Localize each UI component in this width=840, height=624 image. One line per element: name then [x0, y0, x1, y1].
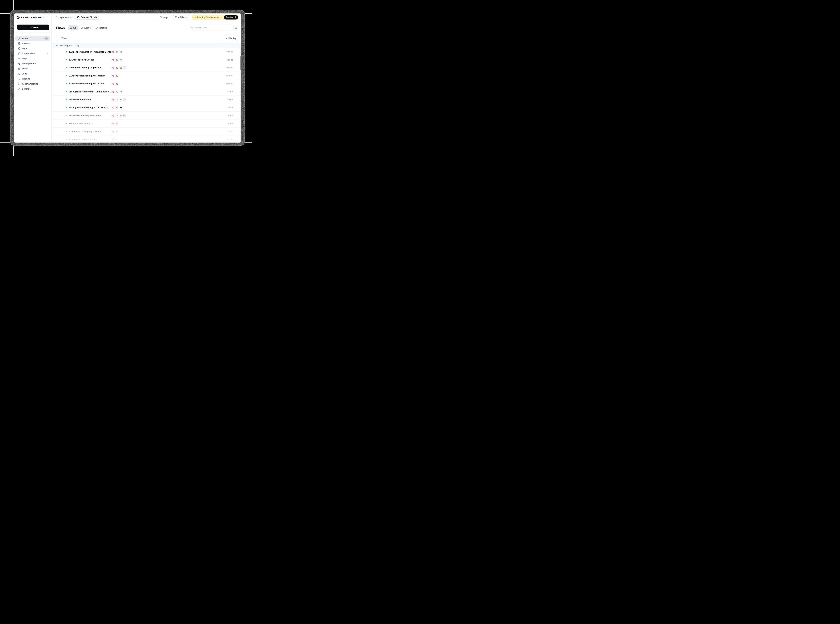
- graphql-icon: [112, 130, 114, 133]
- display-button[interactable]: Display: [223, 36, 238, 41]
- status-dot: [66, 91, 67, 92]
- integration-icons: [111, 74, 119, 78]
- flow-row-document-parsing-agent-kit[interactable]: Document Parsing - Agent Kit+4Nov 10: [52, 64, 241, 72]
- sidebar-item-data[interactable]: Data: [15, 46, 50, 51]
- section-header-api-request[interactable]: API Request ( 38 ): [52, 43, 241, 48]
- tab-inactive[interactable]: Inactive: [94, 25, 109, 30]
- section-count: ( 38 ): [74, 44, 79, 47]
- pending-deployments-label: Pending Deployments: [197, 16, 219, 19]
- flow-name: 3. Agentic Reasoning API - Writer: [69, 74, 111, 77]
- chevron-down-icon: [56, 45, 58, 46]
- graphql-icon: [112, 75, 114, 77]
- flow-row-1-finance-select-stocks[interactable]: 1. Finance - Select StocksOct 30: [52, 136, 241, 142]
- flow-name: 2A. Agentic Reasoning - Live Search: [69, 106, 111, 109]
- api-docs-button[interactable]: API Docs: [173, 15, 190, 20]
- flow-date: Nov 10: [227, 74, 233, 77]
- pending-deployments-dropdown[interactable]: Pending Deployments Deploy: [193, 15, 238, 20]
- flow-row-3d-finance-analysis[interactable]: 3D. Finance - AnalysisNov 5: [52, 120, 241, 128]
- status-dot: [66, 83, 67, 84]
- sidebar-item-jobs[interactable]: Jobs: [15, 71, 50, 76]
- flow-date: Nov 5: [228, 122, 233, 125]
- flow-row-1-embedded-ai-sheets[interactable]: 1. Embedded AI SheetsNov 11: [52, 56, 241, 64]
- status-dot: [66, 59, 67, 60]
- refresh-icon: [235, 26, 237, 29]
- integration-icons: [111, 90, 123, 94]
- sidebar-item-tests[interactable]: Tests: [15, 66, 50, 71]
- workspace-name: Lamatic Showcase: [21, 16, 42, 19]
- tab-all[interactable]: All: [68, 25, 78, 30]
- flow-row-1-agentic-reasoning-api-steps[interactable]: 1. Agentic Reasoning API - StepsNov 10: [52, 80, 241, 88]
- flow-name: 2B. Agentic Reasoning - Data Source…: [69, 90, 111, 93]
- integration-icons: [111, 82, 119, 86]
- sidebar-item-flows[interactable]: Flows54: [15, 36, 50, 41]
- refresh-button[interactable]: [233, 25, 238, 30]
- project-selector[interactable]: AgentKit: [56, 16, 72, 19]
- topbar: AgentKit Connect GitHub Help API Docs Pe…: [52, 14, 241, 21]
- sidebar-item-settings[interactable]: Settings: [15, 86, 50, 91]
- shuffle-badge: [119, 50, 123, 54]
- graphql-badge: [111, 50, 116, 54]
- connect-github-button[interactable]: Connect GitHub: [75, 15, 99, 20]
- flow-row-2-finance-company-profiles[interactable]: 2. Finance - Company ProfilesOct 30: [52, 128, 241, 136]
- sidebar-item-label: Prompts: [22, 42, 31, 45]
- help-label: Help: [163, 16, 168, 19]
- clipboard-edit-icon: [116, 75, 118, 77]
- cloud-gear-badge: [119, 58, 123, 62]
- scissors-icon: [120, 114, 122, 117]
- create-button[interactable]: Create: [17, 25, 49, 30]
- clipboard-edit-badge: [115, 82, 119, 86]
- section-title: API Request: [60, 44, 72, 47]
- sidebar-item-prompts[interactable]: Prompts: [15, 41, 50, 46]
- graphql-badge: [111, 97, 116, 102]
- flow-row-2a-agentic-reasoning-live-search[interactable]: 2A. Agentic Reasoning - Live SearchNov 6: [52, 104, 241, 112]
- search-g-icon: [120, 91, 122, 93]
- flow-row-firecrawl-crawling-indexation[interactable]: Firecrawl Crawling Indexation+2Nov 6: [52, 112, 241, 119]
- status-dot: [66, 75, 67, 76]
- more-integrations-badge: +2: [122, 98, 126, 102]
- file-badge: [115, 66, 119, 70]
- filter-button[interactable]: Filter: [56, 36, 69, 41]
- integration-icons: [111, 121, 119, 125]
- scrollbar-thumb[interactable]: [240, 56, 241, 70]
- count-badge: 54: [44, 37, 49, 40]
- sidebar-item-label: Logs: [22, 57, 27, 60]
- integration-icons: +2: [111, 113, 126, 118]
- database-icon: [18, 47, 20, 50]
- flow-name: 3D. Finance - Analysis: [69, 122, 111, 125]
- main-area: AgentKit Connect GitHub Help API Docs Pe…: [52, 14, 241, 142]
- sidebar-item-label: Tests: [22, 67, 28, 70]
- flow-row-2b-agentic-reasoning-data-source[interactable]: 2B. Agentic Reasoning - Data Source…Nov …: [52, 88, 241, 96]
- sidebar-item-deployments[interactable]: Deployments: [15, 61, 50, 66]
- flow-row-1-agentic-generation-generate-content[interactable]: 1. Agentic Generation - Generate Content…: [52, 48, 241, 56]
- flow-row-firecrawl-indexation[interactable]: Firecrawl Indexation+2Nov 7: [52, 96, 241, 103]
- flow-list: 1. Agentic Generation - Generate Content…: [52, 48, 241, 142]
- flow-row-3-agentic-reasoning-api-writer[interactable]: 3. Agentic Reasoning API - WriterNov 10: [52, 72, 241, 80]
- graphql-icon: [112, 59, 114, 61]
- sidebar-item-label: Flows: [22, 37, 28, 40]
- flame-icon: [116, 99, 118, 101]
- workspace-switcher[interactable]: Lamatic Showcase: [14, 14, 51, 21]
- tab-label: Active: [84, 26, 91, 29]
- search-icon: [191, 27, 193, 29]
- tab-active[interactable]: Active: [79, 25, 92, 30]
- chevron-down-icon: [43, 17, 45, 19]
- graphql-icon: [112, 51, 114, 53]
- connect-github-label: Connect GitHub: [81, 16, 97, 19]
- desktop: { "window": { "workspace": "Lamatic Show…: [0, 0, 252, 156]
- search-input[interactable]: [194, 26, 229, 29]
- help-menu[interactable]: Help: [160, 16, 170, 19]
- search-box[interactable]: [189, 25, 231, 30]
- braces-icon: [116, 91, 118, 93]
- deploy-button[interactable]: Deploy: [224, 15, 238, 20]
- sidebar-item-connections[interactable]: Connections: [15, 51, 50, 56]
- graphql-badge: [111, 137, 116, 142]
- file-text-icon: [18, 42, 20, 45]
- pending-status-dot: [194, 17, 196, 18]
- sidebar-item-api-playground[interactable]: API Playground: [15, 81, 50, 86]
- sidebar-item-logs[interactable]: Logs: [15, 56, 50, 61]
- status-dot: [66, 51, 67, 53]
- sidebar-item-reports[interactable]: Reports: [15, 76, 50, 81]
- flow-date: Nov 11: [227, 59, 233, 61]
- graphql-badge: [111, 105, 116, 110]
- flows-tabs: AllActiveInactive: [68, 25, 109, 30]
